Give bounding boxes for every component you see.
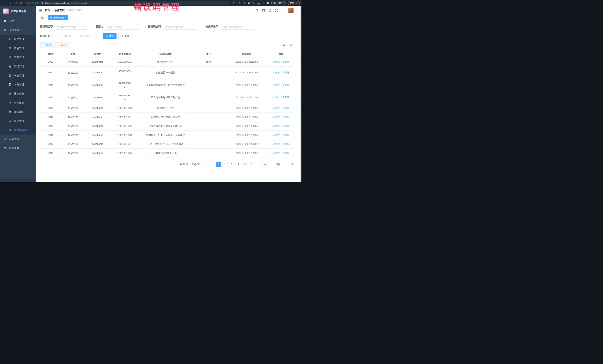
edit-link[interactable]: 修改 <box>273 95 280 99</box>
sidebar-item-home[interactable]: 首页 <box>0 16 36 26</box>
breadcrumb-separator: / <box>52 9 53 12</box>
extension-ring-icon[interactable] <box>238 2 241 4</box>
filter-input-3[interactable] <box>220 24 254 30</box>
back-button[interactable] <box>2 1 7 6</box>
forward-button[interactable] <box>7 1 12 6</box>
goto-page-input[interactable]: 1 <box>282 162 290 167</box>
delete-link[interactable]: 删除 <box>282 83 290 87</box>
delete-link[interactable]: 删除 <box>282 151 290 155</box>
breadcrumb-item[interactable]: 系统管理 <box>54 9 65 12</box>
forward-icon <box>9 2 11 4</box>
sidebar-item-notice[interactable]: 通知公告 <box>0 89 36 98</box>
edit-link[interactable]: 修改 <box>273 106 280 110</box>
extension-onlist-icon[interactable]: on <box>257 2 260 5</box>
error-type-select[interactable]: 请选择错误码类型 <box>55 24 87 30</box>
paused-badge-label: 已暂停 <box>277 1 283 5</box>
edit-link-label: 修改 <box>275 115 280 119</box>
edit-link-label: 修改 <box>275 133 280 137</box>
page-button-4[interactable]: 4 <box>236 162 241 167</box>
user-avatar[interactable] <box>288 8 293 13</box>
sidebar-item-user[interactable]: 用户管理 <box>0 35 36 44</box>
extension-gem-icon[interactable] <box>243 2 245 4</box>
extensions-puzzle-icon[interactable] <box>267 2 269 4</box>
date-range-picker[interactable]: 开始日期 - 结束日期 <box>53 33 94 39</box>
page-button-5[interactable]: 5 <box>242 162 247 167</box>
address-bar[interactable]: 不安全 dashboard.yudao.iocoder.cn/system/er… <box>25 1 229 5</box>
reset-button[interactable]: 重置 <box>118 33 132 39</box>
update-menu-button[interactable]: 更新 <box>288 1 300 5</box>
delete-link[interactable]: 删除 <box>282 60 290 64</box>
filter-input-1[interactable] <box>105 24 139 30</box>
paused-badge[interactable]: 已暂停 <box>271 1 286 5</box>
edit-link[interactable]: 修改 <box>273 142 280 146</box>
sidebar-item-dept[interactable]: 部门管理 <box>0 62 36 71</box>
page-button-8[interactable]: 8 <box>262 162 267 167</box>
table-row: 3941自动生成dashboard1001000003不能删除类型为系统内置的参… <box>40 79 294 91</box>
sidebar-item-system[interactable]: 系统管理 <box>0 26 36 35</box>
sidebar-item-menu[interactable]: 菜单管理 <box>0 53 36 62</box>
sidebar-item-role[interactable]: 角色管理 <box>0 44 36 53</box>
avatar-caret-icon[interactable] <box>296 9 299 12</box>
sidebar-item-online[interactable]: 在线用户 <box>0 107 36 116</box>
extensions-area: on <box>238 2 269 5</box>
edit-link[interactable]: 修改 <box>273 151 280 155</box>
refresh-table-button[interactable] <box>289 43 294 48</box>
edit-link[interactable]: 修改 <box>273 115 280 119</box>
delete-link[interactable]: 删除 <box>282 71 290 74</box>
sidebar-item-dev-tool[interactable]: 研发工具 <box>0 144 36 153</box>
scrollbar[interactable] <box>301 6 302 182</box>
page-button-1[interactable]: 1 <box>216 162 221 167</box>
filter-field-3: 错误码提示 <box>205 24 254 30</box>
extension-check-icon[interactable] <box>247 2 250 4</box>
edit-link[interactable]: 修改 <box>273 83 280 87</box>
sidebar-item-audit-log[interactable]: 审计日志 <box>0 98 36 107</box>
export-button[interactable]: 导出 <box>55 42 69 48</box>
breadcrumb-item[interactable]: 首页 <box>45 9 50 12</box>
edit-link[interactable]: 修改 <box>273 124 280 128</box>
search-button[interactable]: 搜索 <box>103 33 116 39</box>
home-button[interactable] <box>19 1 23 6</box>
delete-link[interactable]: 删除 <box>282 124 290 128</box>
hamburger-icon[interactable] <box>39 9 42 12</box>
extension-key-icon[interactable] <box>262 2 264 4</box>
close-icon[interactable]: × <box>65 16 66 19</box>
logo-row[interactable]: 芋道管理系统 <box>0 6 36 16</box>
time-cell: 2021-04-20 23:52:57 <box>225 149 268 157</box>
sidebar-item-post[interactable]: 岗位管理 <box>0 71 36 80</box>
next-page-button[interactable] <box>269 162 274 167</box>
edit-link[interactable]: 修改 <box>273 133 280 137</box>
delete-link[interactable]: 删除 <box>282 115 290 119</box>
sidebar-item-dict[interactable]: 字典管理 <box>0 80 36 89</box>
more-pages-button[interactable]: ... <box>256 162 261 167</box>
page-button-6[interactable]: 6 <box>249 162 254 167</box>
delete-link[interactable]: 删除 <box>282 133 290 137</box>
sidebar-item-sms[interactable]: 短信管理 <box>0 116 36 125</box>
delete-link[interactable]: 删除 <box>282 106 290 110</box>
extension-squares-icon[interactable] <box>252 2 255 4</box>
sidebar-item-label: 字典管理 <box>14 83 24 86</box>
prev-page-button[interactable] <box>209 162 214 167</box>
sidebar-item-infra[interactable]: 基础设施 <box>0 134 36 144</box>
github-icon[interactable] <box>262 9 265 12</box>
edit-link[interactable]: 修改 <box>273 71 280 74</box>
delete-link[interactable]: 删除 <box>282 95 290 99</box>
page-button-3[interactable]: 3 <box>229 162 234 167</box>
tab-active[interactable]: 错误码管理× <box>48 15 68 20</box>
show-search-toggle-button[interactable] <box>281 43 287 48</box>
add-button[interactable]: 新增 <box>40 42 53 48</box>
bookmark-star-button[interactable] <box>231 1 236 6</box>
delete-link[interactable]: 删除 <box>282 142 290 146</box>
help-icon[interactable]: ? <box>268 9 271 12</box>
filter-input-2[interactable] <box>163 24 197 30</box>
sidebar-item-error-code[interactable]: 错误码管理 <box>0 125 36 134</box>
app-cell: dashboard <box>84 113 111 121</box>
page-size-select[interactable]: 10条/页 <box>190 162 208 167</box>
header-search-icon[interactable] <box>255 9 258 12</box>
tab-0[interactable]: 首页 <box>39 15 47 20</box>
fullscreen-icon[interactable] <box>275 9 278 12</box>
font-size-icon[interactable]: tT <box>281 9 284 12</box>
url-text: dashboard.yudao.iocoder.cn/system/error-… <box>42 2 88 4</box>
page-button-2[interactable]: 2 <box>222 162 227 167</box>
reload-button[interactable] <box>13 1 18 6</box>
edit-link[interactable]: 修改 <box>273 60 280 64</box>
